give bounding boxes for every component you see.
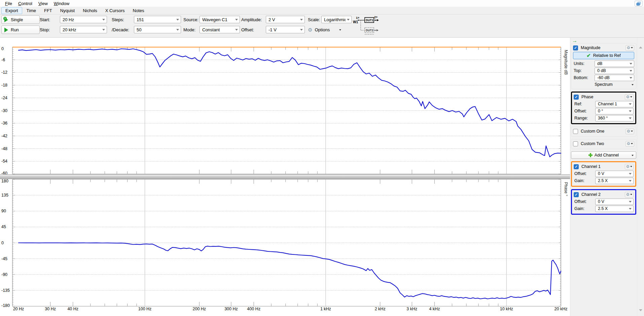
- tab-nichols[interactable]: Nichols: [79, 7, 101, 14]
- collapse-panel-arrow-icon[interactable]: →: [572, 38, 577, 43]
- chevron-down-icon: [235, 19, 238, 21]
- run-button[interactable]: Run: [1, 26, 40, 34]
- steps-select[interactable]: 151: [134, 16, 181, 23]
- phase-range-select[interactable]: 360 °: [595, 115, 634, 121]
- add-channel-button[interactable]: Add Channel: [571, 151, 636, 159]
- scroll-up-icon[interactable]: [639, 46, 642, 48]
- chevron-down-icon: [347, 19, 350, 21]
- svg-text:135: 135: [1, 193, 8, 198]
- scroll-down-icon[interactable]: [639, 309, 642, 311]
- svg-text:1 kHz: 1 kHz: [320, 307, 331, 311]
- chevron-down-icon: [102, 29, 105, 31]
- gear-icon: ⚙: [627, 46, 631, 50]
- svg-text:40 Hz: 40 Hz: [67, 307, 78, 311]
- chevron-down-icon: [630, 70, 632, 72]
- chevron-down-icon: [629, 180, 632, 182]
- chevron-down-icon: [300, 19, 303, 21]
- menu-window[interactable]: Window: [51, 0, 72, 7]
- svg-text:20 Hz: 20 Hz: [13, 307, 24, 311]
- spectrum-mode-label: Spectrum: [595, 82, 613, 87]
- single-button-label: Single: [11, 17, 23, 22]
- top-label: Top:: [573, 68, 595, 73]
- per-decade-select[interactable]: 50: [134, 26, 181, 33]
- start-select[interactable]: 20 Hz: [60, 16, 107, 23]
- offset-select[interactable]: -1 V: [266, 26, 305, 33]
- top-select[interactable]: 0 dB: [595, 68, 634, 74]
- phase-gear-button[interactable]: ⚙: [625, 94, 634, 100]
- phase-label: Phase: [581, 95, 593, 99]
- custom-two-checkbox[interactable]: [573, 141, 578, 146]
- channel1-offset-select[interactable]: 0 V: [595, 171, 634, 177]
- plot-splitter-handle[interactable]: [0, 174, 570, 179]
- magnitude-group: ✓ Magnitude ⚙ ✔ Relative to Ref Units: d…: [571, 43, 636, 89]
- spectrum-mode-dropdown[interactable]: Spectrum: [573, 81, 634, 87]
- chevron-down-icon: [176, 19, 179, 21]
- tab-time[interactable]: Time: [23, 7, 40, 14]
- restore-window-button[interactable]: [635, 1, 643, 6]
- tab-export[interactable]: Export: [1, 7, 22, 14]
- phase-group: ✓ Phase ⚙ Ref: Channel 1 Offset: 0 ° Ran…: [571, 92, 636, 124]
- menu-file[interactable]: File: [2, 0, 15, 7]
- svg-text:400 Hz: 400 Hz: [247, 307, 260, 311]
- phase-checkbox[interactable]: ✓: [574, 95, 579, 100]
- bottom-select[interactable]: -60 dB: [595, 75, 634, 81]
- channel2-gear-button[interactable]: ⚙: [625, 192, 634, 198]
- channel1-gear-button[interactable]: ⚙: [625, 164, 634, 170]
- menu-control[interactable]: Control: [15, 0, 35, 7]
- options-label: Options: [315, 27, 330, 32]
- source-label: Source:: [183, 15, 199, 24]
- mode-select[interactable]: Constant: [200, 26, 240, 33]
- channel2-group: ✓ Channel 2 ⚙ Offset: 0 V Gain: 2.5 X: [571, 189, 636, 215]
- caret-down-icon: [631, 47, 633, 48]
- custom-one-checkbox[interactable]: [573, 129, 578, 134]
- source-select[interactable]: Wavegen C1: [200, 16, 240, 23]
- magnitude-checkbox[interactable]: ✓: [573, 45, 578, 50]
- tab-x-cursors[interactable]: X Cursors: [102, 7, 129, 14]
- chevron-down-icon: [629, 201, 632, 203]
- caret-down-icon: [630, 96, 632, 98]
- add-channel-label: Add Channel: [595, 153, 619, 157]
- single-button[interactable]: 1 Single: [1, 15, 40, 24]
- channel2-gain-select[interactable]: 2.5 X: [595, 206, 634, 212]
- tab-fft[interactable]: FFT: [40, 7, 56, 14]
- amplitude-label: Amplitude:: [241, 15, 262, 24]
- svg-text:45: 45: [1, 224, 6, 229]
- relative-to-ref-button[interactable]: ✔ Relative to Ref: [573, 52, 634, 59]
- channel1-checkbox[interactable]: ✓: [574, 164, 579, 169]
- custom-one-group: Custom One ⚙: [571, 127, 636, 137]
- channel2-offset-select[interactable]: 0 V: [595, 199, 634, 205]
- svg-text:-48: -48: [1, 146, 7, 151]
- units-select[interactable]: dB: [595, 61, 634, 67]
- channel2-offset-label: Offset:: [574, 199, 595, 204]
- svg-text:-6: -6: [1, 58, 5, 62]
- gear-icon: ⚙: [308, 27, 312, 32]
- svg-text:200 Hz: 200 Hz: [193, 307, 206, 311]
- amplitude-select[interactable]: 2 V: [266, 16, 305, 23]
- tab-nyquist[interactable]: Nyquist: [57, 7, 78, 14]
- menu-view[interactable]: View: [35, 0, 51, 7]
- scale-value: Logarithmic: [324, 17, 346, 22]
- svg-text:-36: -36: [1, 121, 7, 126]
- sidebar-scrollbar[interactable]: [637, 38, 644, 316]
- custom-one-gear-button[interactable]: ⚙: [625, 129, 634, 134]
- custom-two-gear-button[interactable]: ⚙: [625, 141, 634, 147]
- custom-two-label: Custom Two: [581, 141, 604, 146]
- channel2-checkbox[interactable]: ✓: [574, 192, 579, 197]
- phase-ref-select[interactable]: Channel 1: [595, 101, 634, 107]
- scale-select[interactable]: Logarithmic: [321, 16, 352, 23]
- magnitude-gear-button[interactable]: ⚙: [625, 45, 634, 51]
- green-check-icon: ✔: [586, 52, 591, 59]
- caret-down-icon: [630, 166, 632, 167]
- play-icon: [4, 28, 8, 32]
- gear-icon: ⚙: [626, 95, 630, 99]
- chevron-down-icon: [629, 103, 632, 105]
- phase-offset-select[interactable]: 0 °: [595, 108, 634, 114]
- stop-select[interactable]: 20 kHz: [60, 26, 107, 33]
- caret-down-icon: [630, 194, 632, 195]
- tab-notes[interactable]: Notes: [129, 7, 148, 14]
- view-tabbar: Export Time FFT Nyquist Nichols X Cursor…: [0, 7, 644, 14]
- offset-label: Offset:: [241, 26, 254, 34]
- chevron-down-icon: [629, 208, 632, 210]
- options-button[interactable]: ⚙ Options: [308, 26, 352, 34]
- channel1-gain-select[interactable]: 2.5 X: [595, 178, 634, 184]
